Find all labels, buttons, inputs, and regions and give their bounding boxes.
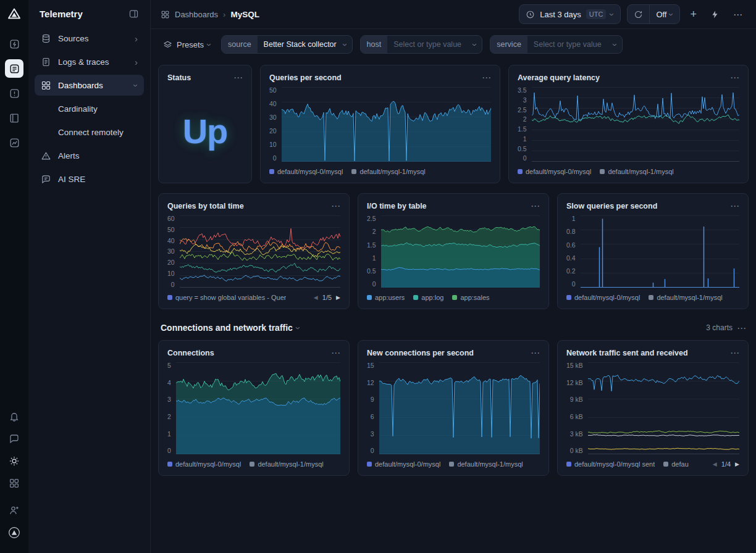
card-menu-button[interactable]: ⋯ bbox=[482, 73, 491, 82]
invite-user-icon[interactable] bbox=[5, 501, 23, 520]
host-filter[interactable]: host Select or type value › bbox=[360, 35, 483, 54]
main-area: Dashboards › MySQL Last 3 days UTC › Off… bbox=[151, 0, 756, 553]
presets-dropdown[interactable]: Presets › bbox=[161, 40, 214, 49]
service-filter-label: service bbox=[490, 36, 527, 53]
dashboard-content: Status⋯UpQueries per second⋯50403020100d… bbox=[151, 56, 756, 553]
card-menu-button[interactable]: ⋯ bbox=[531, 348, 540, 357]
sidebar-item-dashboards[interactable]: Dashboards › bbox=[35, 75, 144, 96]
qps-chart-canvas[interactable] bbox=[282, 87, 491, 162]
quick-actions-button[interactable] bbox=[707, 7, 723, 22]
conn-chart-canvas[interactable] bbox=[176, 362, 340, 455]
sidebar-item-logs-traces[interactable]: Logs & traces › bbox=[35, 51, 144, 72]
legend-item[interactable]: default/mysql-1/mysql bbox=[351, 168, 425, 175]
sidebar-item-alerts[interactable]: Alerts bbox=[35, 145, 144, 166]
rail-docs-icon[interactable] bbox=[5, 109, 23, 127]
y-axis-tick: 5 bbox=[167, 362, 171, 369]
y-axis-tick: 30 bbox=[269, 114, 277, 121]
rail-sources-icon[interactable] bbox=[5, 35, 23, 53]
pager-next-icon[interactable]: ▶ bbox=[336, 294, 340, 301]
legend-item[interactable]: query = show global variables - Quer bbox=[167, 294, 286, 301]
bell-icon[interactable] bbox=[5, 407, 23, 426]
time-range-picker[interactable]: Last 3 days UTC › bbox=[519, 4, 621, 24]
pager-prev-icon[interactable]: ◀ bbox=[314, 294, 318, 301]
refresh-interval-select[interactable]: Off › bbox=[649, 5, 679, 23]
charts-row-1: Status⋯UpQueries per second⋯50403020100d… bbox=[158, 65, 749, 183]
legend-label: default/mysql-0/mysql bbox=[526, 168, 591, 175]
sidebar-item-cardinality[interactable]: Cardinality bbox=[35, 98, 144, 119]
sidebar-item-sources[interactable]: Sources › bbox=[35, 28, 144, 49]
card-network: Network traffic sent and received⋯15 kB1… bbox=[557, 340, 749, 476]
y-axis-tick: 50 bbox=[167, 227, 175, 233]
io-chart-canvas[interactable] bbox=[381, 215, 540, 288]
pager-next-icon[interactable]: ▶ bbox=[735, 461, 739, 467]
latency-chart-canvas[interactable] bbox=[532, 87, 739, 162]
y-axis-tick: 0 bbox=[371, 447, 374, 454]
rail-metrics-icon[interactable] bbox=[5, 133, 23, 152]
pager-prev-icon[interactable]: ◀ bbox=[713, 461, 717, 467]
sidebar-item-label: AI SRE bbox=[58, 175, 85, 184]
legend-item[interactable]: app:users bbox=[367, 294, 405, 301]
legend-item[interactable]: app:log bbox=[413, 294, 443, 301]
legend-item[interactable]: default/mysql-0/mysql bbox=[367, 460, 440, 468]
card-qps: Queries per second⋯50403020100default/my… bbox=[260, 65, 500, 183]
y-axis: 6050403020100 bbox=[167, 215, 175, 288]
rail-incidents-icon[interactable] bbox=[5, 84, 23, 102]
chevron-down-icon[interactable]: › bbox=[294, 326, 303, 330]
card-menu-button[interactable]: ⋯ bbox=[331, 348, 340, 357]
section-menu-button[interactable]: ⋯ bbox=[737, 323, 746, 333]
card-title: Connections bbox=[167, 349, 214, 357]
status-value: Up bbox=[183, 111, 228, 151]
refresh-button[interactable] bbox=[628, 5, 649, 23]
collapse-sidebar-icon[interactable] bbox=[128, 9, 139, 19]
legend-item[interactable]: default/mysql-1/mysql bbox=[649, 294, 722, 301]
rail-logs-icon[interactable] bbox=[5, 59, 23, 78]
sidebar-item-ai-sre[interactable]: AI SRE bbox=[35, 168, 144, 189]
source-filter[interactable]: source Better Stack collector › bbox=[221, 35, 353, 54]
card-menu-button[interactable]: ⋯ bbox=[730, 348, 739, 357]
more-options-button[interactable]: ⋯ bbox=[729, 7, 746, 22]
legend-swatch bbox=[566, 295, 571, 300]
service-filter[interactable]: service Select or type value › bbox=[490, 35, 623, 54]
legend-item[interactable]: default/mysql-0/mysql sent bbox=[566, 460, 655, 468]
legend-item[interactable]: default/mysql-0/mysql bbox=[518, 168, 591, 175]
legend-item[interactable]: default/mysql-0/mysql bbox=[566, 294, 640, 301]
qbtt-chart-canvas[interactable] bbox=[180, 215, 340, 288]
chevron-down-icon: › bbox=[611, 43, 620, 46]
legend-item[interactable]: default/mysql-0/mysql bbox=[167, 460, 241, 468]
apps-grid-icon[interactable] bbox=[5, 474, 23, 493]
sidebar-item-label: Sources bbox=[58, 34, 89, 43]
y-axis-tick: 3 bbox=[523, 97, 527, 104]
legend-swatch bbox=[413, 295, 418, 300]
legend-swatch bbox=[367, 295, 372, 300]
card-menu-button[interactable]: ⋯ bbox=[233, 73, 243, 82]
y-axis-tick: 0 bbox=[171, 281, 175, 288]
newconn-chart-canvas[interactable] bbox=[379, 362, 540, 455]
slow-chart-canvas[interactable] bbox=[581, 215, 739, 288]
breadcrumb-dashboards[interactable]: Dashboards bbox=[175, 10, 218, 19]
theme-toggle-icon[interactable] bbox=[5, 452, 23, 470]
network-chart-canvas[interactable] bbox=[588, 362, 739, 455]
card-menu-button[interactable]: ⋯ bbox=[531, 201, 540, 210]
legend-item[interactable]: default/mysql-0/mysql bbox=[269, 168, 343, 175]
y-axis-tick: 40 bbox=[167, 238, 175, 244]
presets-label: Presets bbox=[177, 40, 204, 49]
card-menu-button[interactable]: ⋯ bbox=[331, 201, 340, 210]
y-axis-tick: 20 bbox=[269, 128, 277, 135]
y-axis-tick: 3 bbox=[371, 431, 374, 438]
legend-item[interactable]: app:sales bbox=[452, 294, 489, 301]
add-panel-button[interactable]: + bbox=[686, 6, 700, 22]
sidebar-nav: Sources › Logs & traces › Dashboards › C… bbox=[35, 28, 144, 192]
sidebar-item-connect-remotely[interactable]: Connect remotely bbox=[35, 122, 144, 143]
legend-item[interactable]: defau bbox=[663, 460, 689, 468]
legend-item[interactable]: default/mysql-1/mysql bbox=[449, 460, 523, 468]
legend-item[interactable]: default/mysql-1/mysql bbox=[600, 168, 673, 175]
card-title: Queries by total time bbox=[167, 202, 244, 210]
workspace-avatar[interactable] bbox=[5, 523, 23, 542]
card-menu-button[interactable]: ⋯ bbox=[730, 73, 739, 82]
legend-swatch bbox=[566, 462, 571, 467]
y-axis-tick: 1 bbox=[167, 431, 171, 438]
card-title: Slow queries per second bbox=[566, 202, 657, 210]
legend-item[interactable]: default/mysql-1/mysql bbox=[250, 460, 323, 468]
card-menu-button[interactable]: ⋯ bbox=[730, 201, 739, 210]
chat-icon[interactable] bbox=[5, 430, 23, 448]
